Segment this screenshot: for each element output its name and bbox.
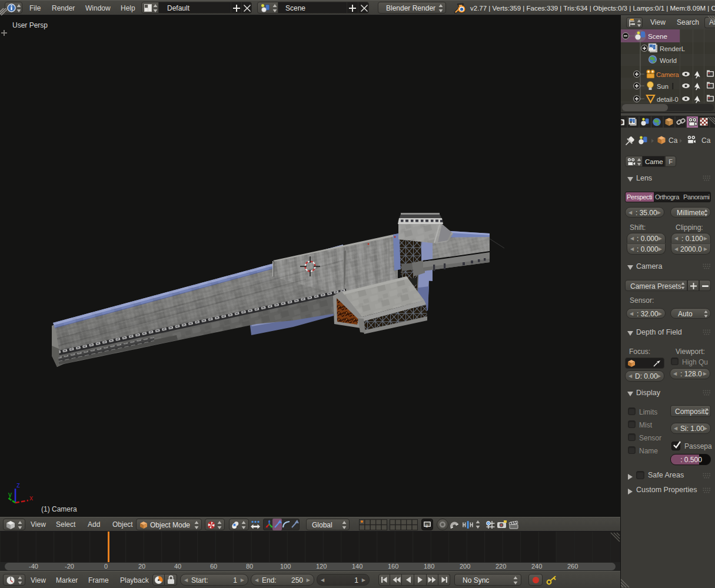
svg-text:Ca: Ca xyxy=(701,136,711,145)
svg-text:z: z xyxy=(16,481,20,489)
svg-text:RenderL: RenderL xyxy=(660,45,685,52)
svg-text:8: 8 xyxy=(425,523,428,529)
svg-text:x: x xyxy=(29,494,33,502)
svg-text:y: y xyxy=(8,490,12,499)
svg-text:World: World xyxy=(660,57,677,64)
svg-text:Camera: Camera xyxy=(656,71,680,78)
svg-text:Scene: Scene xyxy=(648,32,667,40)
svg-text:detail-0: detail-0 xyxy=(657,96,679,103)
svg-text:Ca: Ca xyxy=(669,136,678,145)
svg-text:Sun: Sun xyxy=(657,83,669,90)
